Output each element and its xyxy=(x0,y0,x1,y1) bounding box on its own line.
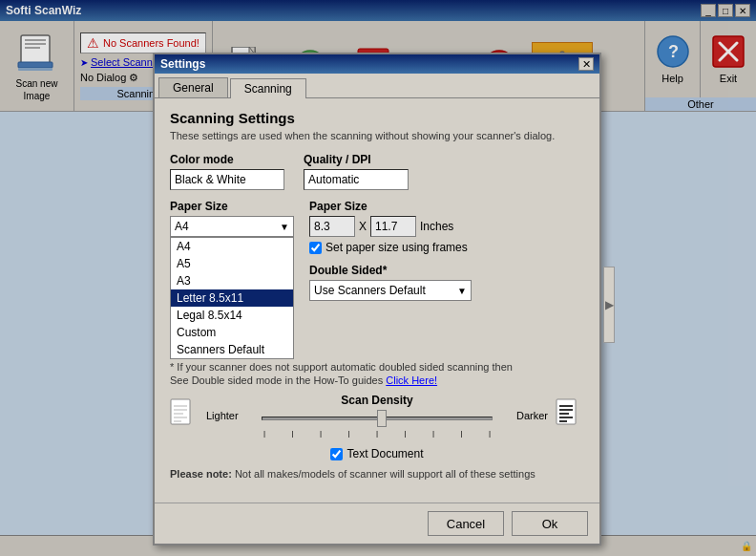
paper-size-arrow: ▼ xyxy=(280,222,289,232)
dialog-close-button[interactable]: ✕ xyxy=(578,57,594,71)
ok-button[interactable]: Ok xyxy=(512,511,588,536)
paper-size-select-area: A4 ▼ A4 A5 A3 Letter 8.5x11 Legal 8.5x14… xyxy=(170,216,294,359)
color-quality-row: Color mode Black & White Color Grayscale… xyxy=(170,153,584,190)
tab-bar: General Scanning xyxy=(155,74,599,98)
double-sided-note2-row: See Double sided mode in the How-To guid… xyxy=(170,374,584,386)
paper-option-a3[interactable]: A3 xyxy=(171,272,293,289)
lighter-label: Lighter xyxy=(206,410,254,421)
double-sided-arrow: ▼ xyxy=(457,286,467,296)
density-row: Lighter Scan Density | | xyxy=(170,394,584,438)
dialog-section-title: Scanning Settings xyxy=(170,110,584,126)
settings-dialog-overlay: Settings ✕ General Scanning Scanning Set… xyxy=(0,0,756,556)
dialog-section-desc: These settings are used when the scannin… xyxy=(170,130,584,141)
text-document-checkbox[interactable] xyxy=(330,448,343,460)
dialog-buttons: Cancel Ok xyxy=(155,503,599,544)
paper-size-label: Paper Size xyxy=(170,200,228,213)
please-note: Please note: Not all makes/models of sca… xyxy=(170,468,584,480)
lighter-doc-icon xyxy=(170,398,199,433)
expand-handle[interactable]: ▶ xyxy=(603,267,615,343)
settings-dialog: Settings ✕ General Scanning Scanning Set… xyxy=(153,53,601,545)
color-mode-select[interactable]: Black & White Color Grayscale xyxy=(170,169,284,190)
set-paper-size-label: Set paper size using frames xyxy=(326,241,468,254)
paper-option-a4[interactable]: A4 xyxy=(171,238,293,255)
set-paper-size-checkbox[interactable] xyxy=(309,242,322,254)
tab-scanning[interactable]: Scanning xyxy=(230,78,306,98)
cancel-button[interactable]: Cancel xyxy=(428,511,504,536)
double-sided-label: Double Sided* xyxy=(309,264,387,277)
double-sided-value: Use Scanners Default xyxy=(314,284,426,297)
paper-option-scanners-default[interactable]: Scanners Default xyxy=(171,341,293,358)
paper-size-dropdown[interactable]: A4 ▼ xyxy=(170,216,294,237)
text-doc-row: Text Document xyxy=(170,447,584,460)
slider-track xyxy=(262,417,493,420)
double-sided-note: * If your scanner does not support autom… xyxy=(170,361,584,373)
click-here-link[interactable]: Click Here! xyxy=(386,374,437,386)
paper-x-separator: X xyxy=(359,220,367,233)
quality-dpi-select[interactable]: Automatic 72 DPI 150 DPI 300 DPI 600 DPI xyxy=(304,169,409,190)
paper-size-label2: Paper Size xyxy=(309,200,368,213)
paper-option-a5[interactable]: A5 xyxy=(171,255,293,272)
quality-dpi-label: Quality / DPI xyxy=(304,153,409,166)
paper-height-input[interactable] xyxy=(370,216,416,237)
paper-option-letter[interactable]: Letter 8.5x11 xyxy=(171,289,293,307)
paper-dimensions: X Inches xyxy=(309,216,584,237)
paper-size-value: A4 xyxy=(175,220,189,233)
paper-inches-label: Inches xyxy=(420,220,453,233)
density-slider-area: Scan Density | | | | | xyxy=(262,394,493,438)
darker-doc-icon xyxy=(556,398,584,433)
slider-container xyxy=(262,409,493,428)
quality-dpi-group: Quality / DPI Automatic 72 DPI 150 DPI 3… xyxy=(304,153,409,190)
double-sided-section: Double Sided* Use Scanners Default ▼ xyxy=(309,264,584,301)
text-document-label: Text Document xyxy=(346,447,423,460)
double-sided-dropdown[interactable]: Use Scanners Default ▼ xyxy=(309,280,472,301)
paper-size-right: Paper Size X Inches Set paper size using… xyxy=(309,200,584,309)
dialog-content: Scanning Settings These settings are use… xyxy=(155,98,599,503)
paper-option-custom[interactable]: Custom xyxy=(171,324,293,341)
darker-label: Darker xyxy=(500,410,548,421)
paper-width-input[interactable] xyxy=(309,216,355,237)
expand-arrow: ▶ xyxy=(605,298,614,311)
scan-density-label: Scan Density xyxy=(262,394,493,407)
paper-size-dropdown-list: A4 A5 A3 Letter 8.5x11 Legal 8.5x14 Cust… xyxy=(170,237,294,359)
paper-size-left: Paper Size A4 ▼ A4 A5 A3 Letter 8.5x11 xyxy=(170,200,294,359)
please-note-text: Not all makes/models of scanner will sup… xyxy=(235,468,536,480)
paper-dims-row: X Inches xyxy=(309,216,584,237)
color-mode-group: Color mode Black & White Color Grayscale xyxy=(170,153,284,190)
tab-general[interactable]: General xyxy=(158,77,228,97)
please-note-label: Please note: xyxy=(170,468,232,480)
dialog-title-bar: Settings ✕ xyxy=(155,54,599,74)
scan-density-section: Lighter Scan Density | | xyxy=(170,394,584,438)
double-sided-select-wrapper: Use Scanners Default ▼ xyxy=(309,280,584,301)
color-mode-select-wrapper: Black & White Color Grayscale xyxy=(170,169,284,190)
tick-marks: | | | | | | | | | xyxy=(262,429,493,438)
dialog-title: Settings xyxy=(160,57,205,71)
paper-size-row: Paper Size A4 ▼ A4 A5 A3 Letter 8.5x11 xyxy=(170,200,584,359)
set-paper-size-row: Set paper size using frames xyxy=(309,241,584,254)
svg-rect-38 xyxy=(171,399,190,424)
color-mode-label: Color mode xyxy=(170,153,284,166)
density-slider-thumb[interactable] xyxy=(377,410,387,427)
paper-option-legal[interactable]: Legal 8.5x14 xyxy=(171,307,293,324)
quality-dpi-select-wrapper: Automatic 72 DPI 150 DPI 300 DPI 600 DPI xyxy=(304,169,409,190)
